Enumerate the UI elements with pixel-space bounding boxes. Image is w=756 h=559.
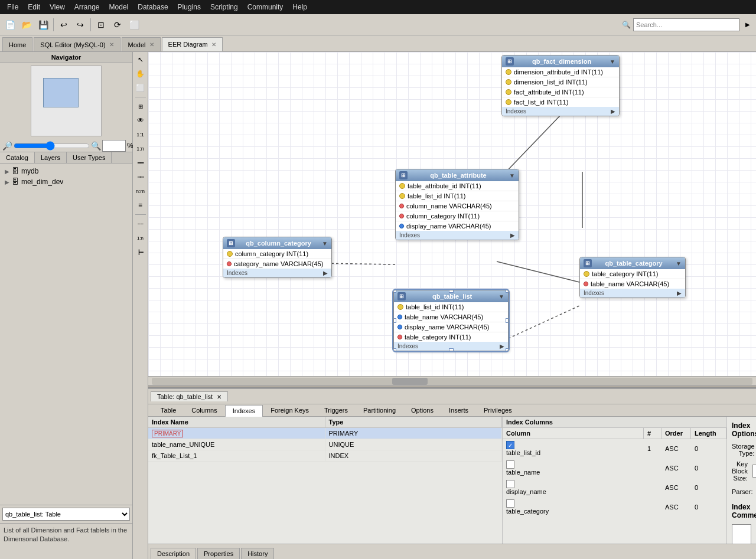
canvas-scrollbar-horizontal[interactable]	[148, 376, 756, 385]
search-input[interactable]	[633, 18, 739, 31]
eer-table-header-table-attribute[interactable]: ⊞ qb_table_attribute ▼	[396, 169, 519, 181]
indexes-expand-btn[interactable]: ▶	[611, 108, 615, 115]
tab-model-close[interactable]: ✕	[149, 41, 154, 48]
zoom-out-button[interactable]: 🔎	[2, 141, 12, 151]
eer-table-qb-column-category[interactable]: ⊞ qb_column_category ▼ column_category I…	[223, 237, 332, 278]
eraser-tool[interactable]: ⬜	[134, 81, 147, 94]
indexes-expand-btn[interactable]: ▶	[510, 232, 515, 238]
icol-cell-checkbox-4[interactable]: table_category	[503, 498, 644, 517]
bottom-panel-tab-close[interactable]: ✕	[217, 394, 221, 400]
eer-table-header-fact-dimension[interactable]: ⊞ qb_fact_dimension ▼	[502, 55, 619, 67]
editor-tab-privileges[interactable]: Privileges	[476, 404, 520, 416]
menu-community[interactable]: Community	[243, 2, 288, 12]
eer-table-qb-fact-dimension[interactable]: ⊞ qb_fact_dimension ▼ dimension_attribut…	[501, 55, 620, 116]
indexes-expand-btn[interactable]: ▶	[323, 270, 328, 276]
btm-tab-description[interactable]: Description	[151, 548, 196, 559]
refresh-button[interactable]: ⟳	[110, 17, 125, 32]
index-row-unique[interactable]: table_name_UNIQUE UNIQUE	[148, 439, 502, 450]
editor-tab-partitioning[interactable]: Partitioning	[356, 404, 403, 416]
custom-rel-1[interactable]: ╌╌	[134, 217, 147, 230]
key-block-size-input[interactable]: 0	[752, 465, 756, 478]
index-comment-textarea[interactable]	[732, 524, 751, 544]
icol-cell-checkbox-3[interactable]: display_name	[503, 478, 644, 498]
checkbox-unchecked-3[interactable]	[506, 480, 514, 488]
new-file-button[interactable]: 📄	[2, 17, 18, 32]
btm-tab-properties[interactable]: Properties	[197, 548, 240, 559]
pointer-tool[interactable]: ↖	[134, 53, 147, 66]
place-table[interactable]: ≡	[134, 199, 147, 212]
search-expand-button[interactable]: ▶	[742, 17, 754, 32]
navigator-preview[interactable]	[31, 66, 102, 136]
panel-tab-catalog[interactable]: Catalog	[0, 152, 35, 163]
editor-tab-foreign-keys[interactable]: Foreign Keys	[263, 404, 317, 416]
editor-tab-triggers[interactable]: Triggers	[317, 404, 356, 416]
relation-non-ident[interactable]: ━━	[134, 156, 147, 169]
relation-ident[interactable]: ┅┅	[134, 171, 147, 184]
tree-item-mydb[interactable]: ▶ 🗄 mydb	[2, 166, 130, 176]
custom-rel-3[interactable]: ┣━	[134, 246, 147, 259]
tab-eer-close[interactable]: ✕	[211, 41, 216, 48]
eer-table-footer-category[interactable]: Indexes ▶	[580, 289, 685, 298]
zoom-in-button[interactable]: 🔍	[91, 141, 101, 151]
checkbox-unchecked-4[interactable]	[506, 499, 514, 508]
panel-tab-user-types[interactable]: User Types	[67, 152, 112, 163]
menu-arrange[interactable]: Arrange	[70, 2, 105, 12]
eer-table-qb-table-category[interactable]: ⊞ qb_table_category ▼ table_category INT…	[579, 257, 686, 298]
icol-cell-checkbox-1[interactable]: ✓ table_list_id	[503, 439, 644, 459]
editor-tab-table[interactable]: Table	[153, 404, 184, 416]
table-menu-btn-table-list[interactable]: ▼	[498, 293, 504, 300]
view-tool[interactable]: 👁	[134, 114, 147, 127]
hand-tool[interactable]: ✋	[134, 67, 147, 80]
undo-button[interactable]: ↩	[56, 17, 71, 32]
eer-table-footer-fact-dimension[interactable]: Indexes ▶	[502, 107, 619, 116]
editor-tab-indexes[interactable]: Indexes	[225, 405, 263, 417]
table-tool[interactable]: ⊞	[134, 100, 147, 113]
toggle-button[interactable]: ⊡	[93, 17, 109, 32]
relation-many[interactable]: n:m	[134, 185, 147, 198]
object-select-dropdown[interactable]: qb_table_list: Table	[2, 508, 130, 521]
tab-sql-editor[interactable]: SQL Editor (MySQL-0) ✕	[34, 37, 120, 51]
menu-edit[interactable]: Edit	[23, 2, 45, 12]
redo-button[interactable]: ↪	[73, 17, 88, 32]
eer-canvas[interactable]: ⊞ qb_fact_dimension ▼ dimension_attribut…	[148, 52, 756, 376]
eer-table-qb-table-list[interactable]: ⊞ qb_table_list ▼ table_list_id INT(11) …	[393, 290, 509, 351]
editor-tab-columns[interactable]: Columns	[184, 404, 224, 416]
scrollbar-thumb-h[interactable]	[392, 378, 428, 385]
zoom-value-input[interactable]: 100	[102, 140, 126, 152]
zoom-slider[interactable]	[14, 141, 90, 151]
eer-table-qb-table-attribute[interactable]: ⊞ qb_table_attribute ▼ table_attribute_i…	[395, 169, 519, 240]
tab-model[interactable]: Model ✕	[122, 37, 161, 51]
save-file-button[interactable]: 💾	[35, 17, 51, 32]
eer-table-footer-column-category[interactable]: Indexes ▶	[223, 269, 331, 277]
custom-rel-2[interactable]: 1:n	[134, 231, 147, 244]
menu-plugins[interactable]: Plugins	[173, 2, 206, 12]
index-row-fk[interactable]: fk_Table_List_1 INDEX	[148, 450, 502, 462]
eer-table-header-table-category[interactable]: ⊞ qb_table_category ▼	[580, 257, 685, 269]
tab-eer-diagram[interactable]: EER Diagram ✕	[162, 37, 223, 51]
table-menu-btn-column-category[interactable]: ▼	[322, 240, 328, 247]
table-menu-btn-category[interactable]: ▼	[676, 260, 682, 267]
menu-help[interactable]: Help	[288, 2, 312, 12]
relation-1-1[interactable]: 1:1	[134, 128, 147, 141]
icol-cell-checkbox-2[interactable]: table_name	[503, 459, 644, 478]
editor-tab-options[interactable]: Options	[403, 404, 441, 416]
relation-1-n[interactable]: 1:n	[134, 142, 147, 155]
index-row-primary[interactable]: PRIMARY PRIMARY	[148, 428, 502, 439]
tree-item-mei[interactable]: ▶ 🗄 mei_dim_dev	[2, 176, 130, 187]
print-button[interactable]: ⬜	[126, 17, 142, 32]
menu-database[interactable]: Database	[133, 2, 172, 12]
table-menu-btn-fact-dimension[interactable]: ▼	[610, 58, 615, 65]
table-menu-btn-attribute[interactable]: ▼	[509, 172, 515, 179]
tab-sql-editor-close[interactable]: ✕	[109, 41, 114, 48]
btm-tab-history[interactable]: History	[241, 548, 274, 559]
menu-scripting[interactable]: Scripting	[206, 2, 243, 12]
eer-table-header-column-category[interactable]: ⊞ qb_column_category ▼	[223, 237, 331, 249]
menu-model[interactable]: Model	[105, 2, 133, 12]
open-file-button[interactable]: 📂	[19, 17, 34, 32]
eer-table-footer-attribute[interactable]: Indexes ▶	[396, 231, 519, 240]
panel-tab-layers[interactable]: Layers	[35, 152, 67, 163]
bottom-panel-tab-table[interactable]: Table: qb_table_list ✕	[151, 391, 228, 401]
menu-view[interactable]: View	[45, 2, 70, 12]
checkbox-unchecked-2[interactable]	[506, 460, 514, 469]
scrollbar-track-h[interactable]	[152, 378, 752, 385]
